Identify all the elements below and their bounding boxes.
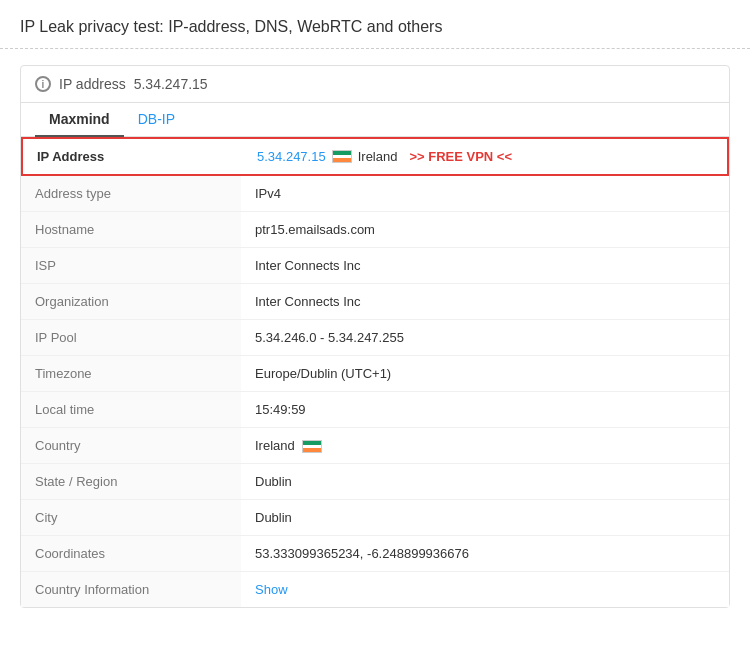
label-coordinates: Coordinates (21, 536, 241, 571)
value-country-information: Show (241, 572, 729, 607)
value-isp: Inter Connects Inc (241, 248, 729, 283)
country-flag (302, 440, 322, 453)
tab-dbip[interactable]: DB-IP (124, 103, 189, 137)
table-row-address-type: Address type IPv4 (21, 176, 729, 212)
data-table: IP Address 5.34.247.15 Ireland >> FREE V… (21, 137, 729, 607)
value-state-region: Dublin (241, 464, 729, 499)
table-row-coordinates: Coordinates 53.333099365234, -6.24889993… (21, 536, 729, 572)
value-ip-pool: 5.34.246.0 - 5.34.247.255 (241, 320, 729, 355)
value-city: Dublin (241, 500, 729, 535)
table-row-ip-pool: IP Pool 5.34.246.0 - 5.34.247.255 (21, 320, 729, 356)
value-coordinates: 53.333099365234, -6.248899936676 (241, 536, 729, 571)
label-city: City (21, 500, 241, 535)
table-row-organization: Organization Inter Connects Inc (21, 284, 729, 320)
free-vpn-label[interactable]: >> FREE VPN << (409, 149, 512, 164)
value-country: Ireland (241, 428, 729, 463)
label-isp: ISP (21, 248, 241, 283)
ip-section: i IP address 5.34.247.15 Maxmind DB-IP I… (20, 65, 730, 608)
table-row-timezone: Timezone Europe/Dublin (UTC+1) (21, 356, 729, 392)
label-address-type: Address type (21, 176, 241, 211)
value-organization: Inter Connects Inc (241, 284, 729, 319)
page-title: IP Leak privacy test: IP-address, DNS, W… (0, 0, 750, 49)
table-row-hostname: Hostname ptr15.emailsads.com (21, 212, 729, 248)
ip-header-label: IP address (59, 76, 126, 92)
label-ip-address: IP Address (23, 139, 243, 174)
value-address-type: IPv4 (241, 176, 729, 211)
value-local-time: 15:49:59 (241, 392, 729, 427)
label-local-time: Local time (21, 392, 241, 427)
table-row-local-time: Local time 15:49:59 (21, 392, 729, 428)
tabs-container: Maxmind DB-IP (21, 103, 729, 137)
info-icon: i (35, 76, 51, 92)
label-timezone: Timezone (21, 356, 241, 391)
tab-maxmind[interactable]: Maxmind (35, 103, 124, 137)
table-row-country-information: Country Information Show (21, 572, 729, 607)
value-ip-address: 5.34.247.15 Ireland >> FREE VPN << (243, 139, 727, 174)
ip-header: i IP address 5.34.247.15 (21, 66, 729, 103)
label-country: Country (21, 428, 241, 463)
label-country-information: Country Information (21, 572, 241, 607)
ip-header-value: 5.34.247.15 (134, 76, 208, 92)
label-state-region: State / Region (21, 464, 241, 499)
table-row-country: Country Ireland (21, 428, 729, 464)
value-timezone: Europe/Dublin (UTC+1) (241, 356, 729, 391)
ip-address-number: 5.34.247.15 (257, 149, 326, 164)
label-hostname: Hostname (21, 212, 241, 247)
label-ip-pool: IP Pool (21, 320, 241, 355)
show-link[interactable]: Show (255, 582, 288, 597)
table-row-city: City Dublin (21, 500, 729, 536)
label-organization: Organization (21, 284, 241, 319)
country-text: Ireland (255, 438, 295, 453)
table-row-ip-address: IP Address 5.34.247.15 Ireland >> FREE V… (21, 137, 729, 176)
country-name-inline: Ireland (358, 149, 398, 164)
table-row-state-region: State / Region Dublin (21, 464, 729, 500)
value-hostname: ptr15.emailsads.com (241, 212, 729, 247)
ireland-flag (332, 150, 352, 163)
table-row-isp: ISP Inter Connects Inc (21, 248, 729, 284)
